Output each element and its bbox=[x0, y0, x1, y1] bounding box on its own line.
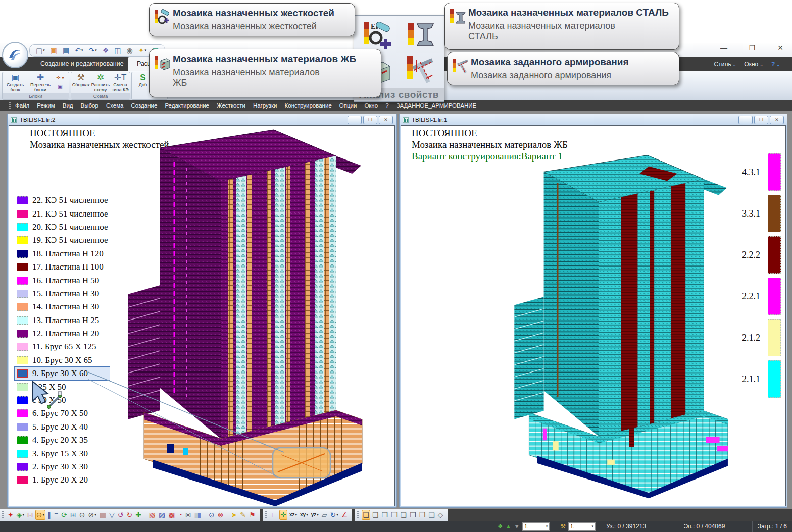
proj-cube-back-icon[interactable]: ❐ ▾ bbox=[380, 510, 389, 520]
grid-icon[interactable]: ⊞ ▾ bbox=[69, 510, 77, 520]
legend-item[interactable]: 2.2.2 bbox=[742, 236, 781, 274]
undo-icon[interactable]: ↶ ▾ bbox=[74, 46, 84, 55]
app-close-button[interactable]: ✕ bbox=[773, 44, 788, 52]
menu-item[interactable]: Файл bbox=[15, 102, 29, 109]
stiffness-window-titlebar[interactable]: TBILISI-1.lir:2 ─ ❐ ✕ bbox=[8, 114, 396, 125]
projection-yz-icon[interactable]: yz ▾ bbox=[310, 510, 320, 520]
okno-menu[interactable]: Окно⌄ bbox=[744, 61, 763, 68]
legend-item[interactable]: 15. Пластина Н 30 bbox=[15, 287, 110, 300]
menu-item[interactable]: Нагрузки bbox=[253, 102, 277, 109]
toolbar-grip[interactable] bbox=[265, 511, 267, 519]
open-file-icon[interactable]: ▣ ▾ bbox=[49, 46, 58, 55]
legend-item[interactable]: с 25 Х 50 bbox=[15, 380, 110, 393]
legend-item[interactable]: 5. Брус 20 Х 40 bbox=[15, 420, 110, 434]
menu-item[interactable]: Вид bbox=[63, 102, 73, 109]
legend-item[interactable]: 10. Брус 30 Х 65 bbox=[15, 354, 110, 367]
legend-item[interactable]: с 50 Х 50 bbox=[15, 394, 110, 407]
stiffness-mosaic-button[interactable]: EI bbox=[356, 18, 399, 52]
rotate-view-icon[interactable]: ↻ ▾ bbox=[329, 510, 339, 520]
rotate-cw-icon[interactable]: ↻ ▾ bbox=[125, 510, 133, 520]
legend-item[interactable]: 4.3.1 bbox=[742, 153, 781, 191]
pack-icon[interactable]: ❖ bbox=[498, 523, 503, 530]
book-icon[interactable]: ◫ ▾ bbox=[113, 46, 122, 55]
lira-logo[interactable] bbox=[2, 42, 28, 68]
legend-item[interactable]: 3.3.1 bbox=[742, 195, 781, 232]
diagram-icon[interactable]: ▦ ▾ bbox=[98, 510, 107, 520]
child-restore-button[interactable]: ❐ bbox=[754, 116, 768, 124]
menu-item[interactable]: Схема bbox=[106, 102, 124, 109]
proj-cube-left-icon[interactable]: ❒ ▾ bbox=[390, 510, 399, 520]
toolbar-grip[interactable] bbox=[357, 511, 359, 519]
menu-item[interactable]: Редактирование bbox=[165, 102, 209, 109]
legend-item[interactable]: 2. Брус 30 Х 30 bbox=[15, 460, 110, 473]
legend-item[interactable]: 2.1.2 bbox=[742, 319, 781, 356]
save-icon[interactable]: ▤ ▾ bbox=[62, 46, 70, 55]
proj-cube-bottom-icon[interactable]: ❒ ▾ bbox=[418, 510, 427, 520]
proj-cube-top-icon[interactable]: ❐ ▾ bbox=[409, 510, 417, 520]
fragment-4-icon[interactable]: ◔ ▾ bbox=[177, 510, 183, 520]
select-polygon-icon[interactable]: ✦ ▾ bbox=[7, 510, 15, 520]
proj-cube-front-icon[interactable]: ❏ ▾ bbox=[371, 510, 380, 520]
legend-item[interactable]: 16. Пластина Н 50 bbox=[15, 274, 110, 287]
app-maximize-button[interactable]: ❐ bbox=[745, 44, 760, 52]
menu-item[interactable]: Опции bbox=[339, 102, 357, 109]
toolbar-grip[interactable] bbox=[2, 511, 4, 519]
legend-item[interactable]: 3. Брус 15 Х 30 bbox=[15, 447, 110, 460]
legend-item[interactable]: 19. КЭ 51 численное bbox=[15, 234, 110, 247]
polyfilter-icon[interactable]: ⊡ ▾ bbox=[26, 510, 34, 520]
select-target-icon[interactable]: ◈ ▾ bbox=[16, 510, 25, 520]
materials-view[interactable]: ПОСТОЯННОЕ Мозаика назначенных материало… bbox=[401, 125, 786, 506]
pan-mode-icon[interactable]: ⊖ ▾ bbox=[35, 510, 45, 520]
expand-scheme-button[interactable]: ✲ Расшить схему bbox=[90, 73, 111, 93]
child-minimize-button[interactable]: ─ bbox=[348, 116, 362, 124]
flag-icon[interactable]: ⚑ ▾ bbox=[248, 510, 257, 520]
legend-item[interactable]: 6. Брус 70 Х 50 bbox=[15, 407, 110, 420]
zoom-icon[interactable]: ⊙ ▾ bbox=[208, 510, 216, 520]
horizontal-bars-icon[interactable]: ≡ ▾ bbox=[53, 510, 59, 520]
menu-item[interactable]: Выбор bbox=[81, 102, 98, 109]
pen-off-icon[interactable]: ⊘ ▾ bbox=[87, 510, 97, 520]
legend-item[interactable]: 4. Брус 20 Х 35 bbox=[15, 434, 110, 447]
vertical-bars-icon[interactable]: ∥ ▾ bbox=[46, 510, 52, 520]
up-triangle-icon[interactable]: ▲ bbox=[505, 523, 511, 530]
legend-item[interactable]: 18. Пластина Н 120 bbox=[15, 247, 110, 260]
proj-cube-dim-icon[interactable]: ❑ ▾ bbox=[427, 510, 436, 520]
brush-icon[interactable]: ✚ ▾ bbox=[134, 510, 142, 520]
perspective-icon[interactable]: ▱ ▾ bbox=[321, 510, 328, 520]
legend-item[interactable]: 9. Брус 30 Х 60 bbox=[15, 367, 110, 380]
child-close-button[interactable]: ✕ bbox=[379, 116, 393, 124]
reinforcement-mosaic-button[interactable] bbox=[400, 53, 442, 87]
isometry-icon[interactable]: ∠ ▾ bbox=[340, 510, 349, 520]
down-triangle-icon[interactable]: ▼ bbox=[514, 523, 520, 530]
create-block-button[interactable]: ▣ Создать блок bbox=[4, 73, 27, 93]
fragment-6-icon[interactable]: ▦ ▾ bbox=[193, 510, 202, 520]
legend-item[interactable]: 17. Пластина Н 100 bbox=[15, 260, 110, 274]
stiffness-ei-icon[interactable]: ⊙ ▾ bbox=[78, 510, 86, 520]
assembly-button[interactable]: ⚒ Сборка▾ bbox=[71, 73, 90, 93]
stage-combo[interactable]: 1.▾ bbox=[568, 522, 596, 531]
menu-item[interactable]: ? bbox=[385, 102, 388, 109]
legend-item[interactable]: 14. Пластина Н 30 bbox=[15, 300, 110, 313]
legend-item[interactable]: 11. Брус 65 Х 125 bbox=[15, 340, 110, 353]
rotate-ccw-icon[interactable]: ↺ ▾ bbox=[117, 510, 125, 520]
child-minimize-button[interactable]: ─ bbox=[738, 116, 753, 124]
intersect-blocks-button[interactable]: ✚ Пересечь блоки bbox=[28, 73, 53, 93]
child-restore-button[interactable]: ❐ bbox=[363, 116, 377, 124]
menu-item[interactable]: Создание bbox=[131, 102, 158, 109]
flashlight-icon[interactable]: ➤ ▾ bbox=[230, 510, 238, 520]
proj-cube-wire-icon[interactable]: ◇ ▾ bbox=[437, 510, 444, 520]
building-model-materials[interactable] bbox=[511, 139, 743, 506]
fragment-3-icon[interactable]: ▩ ▾ bbox=[167, 510, 176, 520]
legend-item[interactable]: 1. Брус 20 Х 20 bbox=[15, 473, 110, 487]
hammer-icon[interactable]: ⚒ bbox=[560, 523, 566, 530]
menu-item[interactable]: Конструирование bbox=[285, 102, 332, 109]
style-menu[interactable]: Стиль⌄ bbox=[714, 61, 736, 68]
legend-item[interactable]: 22. КЭ 51 численное bbox=[15, 194, 110, 207]
fragment-1-icon[interactable]: ▧ ▾ bbox=[148, 510, 157, 520]
building-model-stiffness[interactable] bbox=[124, 127, 379, 506]
pencil-icon[interactable]: ✎ ▾ bbox=[239, 510, 247, 520]
move-anchor-icon[interactable]: ✛ ▾ bbox=[279, 510, 287, 520]
block-combo[interactable]: 1.▾ bbox=[522, 522, 550, 531]
menu-item[interactable]: Режим bbox=[37, 102, 55, 109]
child-close-button[interactable]: ✕ bbox=[770, 116, 784, 124]
